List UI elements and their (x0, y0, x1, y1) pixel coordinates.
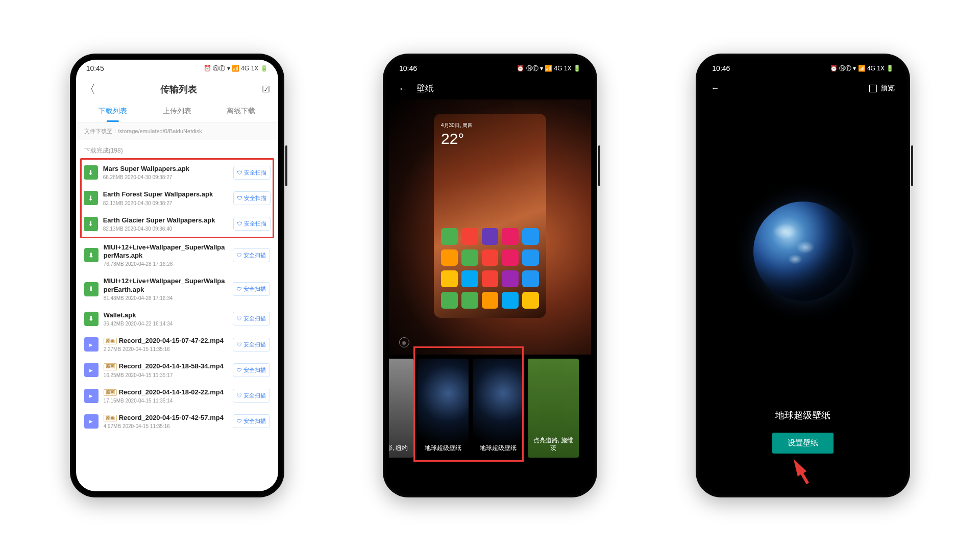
file-name: MIUI+12+Live+Wallpaper_SuperWallpaperMar… (104, 243, 228, 260)
apk-icon: ⬇ (84, 282, 99, 296)
tab-offline-download[interactable]: 离线下载 (209, 102, 273, 122)
widget-temperature: 22° (441, 130, 539, 147)
wallpaper-thumb-earth-1[interactable]: 地球超级壁纸 (418, 359, 469, 458)
file-item[interactable]: ⬇ Earth Glacier Super Wallpapers.apk 82.… (82, 211, 273, 237)
file-meta: 16.25MB 2020-04-15 11:35:17 (104, 372, 228, 378)
file-name: Wallet.apk (104, 311, 228, 319)
status-icons: ⏰ ⓃⒻ ▾ 📶 4G 1X 🔋 (830, 64, 894, 73)
preview-toggle[interactable]: 预览 (869, 84, 895, 93)
file-name: 原画Record_2020-04-14-18-02-22.mp4 (104, 388, 228, 396)
wallpaper-preview-area: 4月30日, 周四 22° (389, 99, 591, 355)
preview-label: 预览 (880, 84, 895, 93)
video-icon: ▸ (84, 337, 99, 352)
file-item[interactable]: ▸ 原画Record_2020-04-14-18-02-22.mp4 17.15… (82, 383, 272, 409)
apk-icon: ⬇ (84, 217, 98, 231)
screen-wallpaper-picker: 10:46 ⏰ ⓃⒻ ▾ 📶 4G 1X 🔋 ← 壁纸 4月30日, 周四 22… (389, 60, 591, 491)
file-meta: 81.48MB 2020-04-28 17:16:34 (104, 295, 228, 301)
wallpaper-thumb-earth-2[interactable]: 地球超级壁纸 (473, 359, 524, 458)
select-mode-icon[interactable]: ☑ (262, 84, 270, 95)
wallpaper-thumb-road[interactable]: 点亮道路, 施维茨 (528, 359, 579, 458)
file-item[interactable]: ▸ 原画Record_2020-04-15-07-42-57.mp4 4.97M… (82, 409, 272, 434)
title-bar: 〈 传输列表 ☑ (76, 77, 278, 102)
back-icon[interactable]: ← (398, 83, 408, 94)
homescreen-preview[interactable]: 4月30日, 周四 22° (434, 114, 546, 318)
highlight-box: ⬇ Mars Super Wallpapers.apk 66.28MB 2020… (80, 158, 274, 238)
file-item[interactable]: ⬇ MIUI+12+Live+Wallpaper_SuperWallpaperM… (82, 238, 272, 272)
file-name: 原画Record_2020-04-14-18-58-34.mp4 (104, 362, 228, 370)
earth-planet-graphic (753, 202, 853, 301)
back-icon[interactable]: 〈 (84, 82, 95, 97)
video-icon: ▸ (84, 414, 99, 429)
wallpaper-thumb-city[interactable]: 城市剪影, 纽约 (389, 359, 413, 458)
status-bar: 10:45 ⏰ ⓃⒻ ▾ 📶 4G 1X 🔋 (76, 60, 278, 77)
scan-button[interactable]: 安全扫描 (233, 363, 270, 377)
app-icon (482, 270, 499, 287)
scan-button[interactable]: 安全扫描 (233, 191, 271, 205)
status-bar: 10:46 ⏰ ⓃⒻ ▾ 📶 4G 1X 🔋 (702, 60, 904, 77)
apk-icon: ⬇ (84, 165, 98, 180)
phone-1: 10:45 ⏰ ⓃⒻ ▾ 📶 4G 1X 🔋 〈 传输列表 ☑ 下载列表 上传列… (70, 54, 284, 497)
set-wallpaper-button[interactable]: 设置壁纸 (772, 433, 834, 454)
screen-wallpaper-detail: 10:46 ⏰ ⓃⒻ ▾ 📶 4G 1X 🔋 ← 预览 地球超级壁纸 设置壁纸 (702, 60, 904, 491)
video-icon: ▸ (84, 389, 99, 403)
file-meta: 4.97MB 2020-04-15 11:35:16 (104, 423, 228, 429)
file-meta: 2.27MB 2020-04-15 11:35:16 (104, 346, 228, 352)
app-icon (461, 292, 478, 309)
page-title: 壁纸 (416, 83, 434, 94)
file-meta: 66.28MB 2020-04-30 09:38:27 (103, 174, 228, 180)
scan-button[interactable]: 安全扫描 (233, 282, 270, 296)
scan-button[interactable]: 安全扫描 (233, 217, 271, 231)
app-icon (502, 249, 519, 266)
app-icon (502, 270, 519, 287)
app-icon (482, 249, 499, 266)
file-list: ⬇ Mars Super Wallpapers.apk 66.28MB 2020… (76, 158, 278, 434)
tab-upload-list[interactable]: 上传列表 (145, 102, 209, 122)
app-icon (441, 292, 458, 309)
page-title: 传输列表 (160, 83, 197, 95)
back-icon[interactable]: ← (711, 84, 719, 93)
app-icon (482, 292, 499, 309)
app-icon (441, 249, 458, 266)
app-icon (522, 292, 539, 309)
phone-3: 10:46 ⏰ ⓃⒻ ▾ 📶 4G 1X 🔋 ← 预览 地球超级壁纸 设置壁纸 (696, 54, 910, 497)
file-meta: 76.73MB 2020-04-28 17:16:28 (104, 261, 228, 267)
wallpaper-stage[interactable] (702, 99, 904, 403)
file-name: 原画Record_2020-04-15-07-47-22.mp4 (104, 337, 228, 345)
scan-button[interactable]: 安全扫描 (233, 389, 270, 403)
wallpaper-strip[interactable]: 城市剪影, 纽约 地球超级壁纸 地球超级壁纸 点亮道路, 施维茨 (389, 355, 591, 462)
file-meta: 82.13MB 2020-04-30 09:38:27 (103, 201, 228, 206)
app-grid (441, 228, 539, 309)
phone-2: 10:46 ⏰ ⓃⒻ ▾ 📶 4G 1X 🔋 ← 壁纸 4月30日, 周四 22… (383, 54, 597, 497)
file-name: Earth Forest Super Wallpapers.apk (103, 190, 228, 198)
file-item[interactable]: ▸ 原画Record_2020-04-14-18-58-34.mp4 16.25… (82, 357, 272, 383)
app-icon (461, 270, 478, 287)
scan-button[interactable]: 安全扫描 (233, 248, 270, 262)
video-icon: ▸ (84, 363, 99, 377)
status-time: 10:46 (399, 64, 517, 72)
section-completed: 下载完成(198) (76, 140, 278, 158)
file-name: Earth Glacier Super Wallpapers.apk (103, 216, 228, 224)
file-meta: 17.15MB 2020-04-15 11:35:14 (104, 398, 228, 404)
scan-button[interactable]: 安全扫描 (233, 338, 270, 352)
app-icon (441, 270, 458, 287)
app-icon (461, 249, 478, 266)
file-item[interactable]: ⬇ Wallet.apk 36.42MB 2020-04-22 16:14:34… (82, 306, 272, 332)
camera-icon[interactable]: ◎ (399, 337, 409, 347)
app-icon (522, 249, 539, 266)
download-path-info: 文件下载至：/storage/emulated/0/BaiduNetdisk (76, 122, 278, 140)
file-name: MIUI+12+Live+Wallpaper_SuperWallpaperEar… (104, 277, 228, 294)
file-item[interactable]: ⬇ MIUI+12+Live+Wallpaper_SuperWallpaperE… (82, 272, 272, 306)
file-item[interactable]: ⬇ Earth Forest Super Wallpapers.apk 82.1… (82, 185, 273, 211)
scan-button[interactable]: 安全扫描 (233, 312, 270, 325)
apk-icon: ⬇ (84, 191, 98, 205)
app-icon (502, 228, 519, 245)
wallpaper-title: 地球超级壁纸 (702, 409, 904, 421)
scan-button[interactable]: 安全扫描 (233, 166, 271, 180)
file-meta: 82.13MB 2020-04-30 09:36:40 (103, 226, 228, 232)
tab-download-list[interactable]: 下载列表 (81, 102, 145, 122)
app-icon (522, 228, 539, 245)
file-item[interactable]: ⬇ Mars Super Wallpapers.apk 66.28MB 2020… (82, 160, 273, 185)
scan-button[interactable]: 安全扫描 (233, 414, 270, 428)
file-item[interactable]: ▸ 原画Record_2020-04-15-07-47-22.mp4 2.27M… (82, 332, 272, 357)
header: ← 预览 (702, 77, 904, 99)
